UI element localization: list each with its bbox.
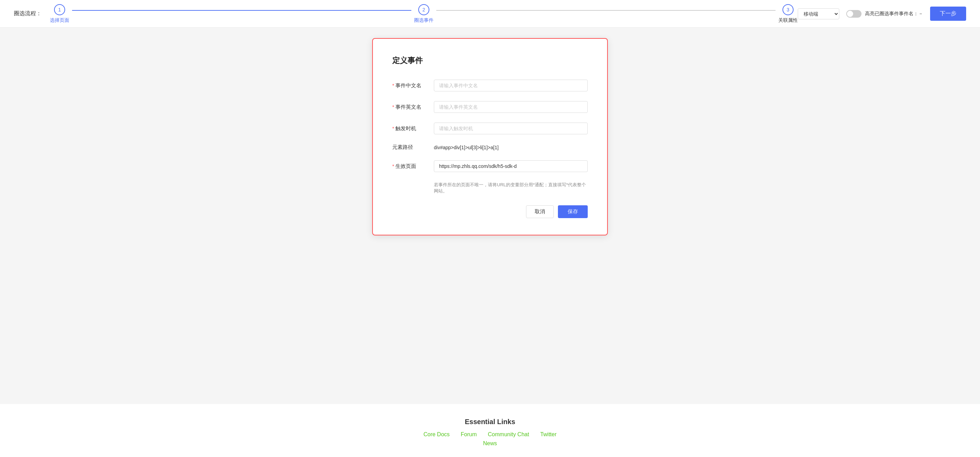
step-connector-2 — [436, 10, 776, 11]
step-2: 2 圈选事件 — [414, 4, 434, 24]
modal-overlay: 定义事件 * 事件中文名 * 事件英文名 * — [0, 28, 980, 457]
event-card: 定义事件 * 事件中文名 * 事件英文名 * — [372, 38, 608, 235]
top-bar: 圈选流程： 1 选择页面 2 圈选事件 3 关联属性 移动端PC端 — [0, 0, 980, 28]
top-bar-right: 移动端PC端 高亮已圈选事件事件名：－ 下一步 — [798, 6, 966, 21]
page-wrapper: Essential Links Core Docs Forum Communit… — [0, 28, 980, 457]
step-2-circle: 2 — [418, 4, 430, 15]
step-3-label: 关联属性 — [778, 17, 798, 24]
step-2-label: 圈选事件 — [414, 17, 434, 24]
form-row-chinese-name: * 事件中文名 — [392, 79, 588, 91]
step-1-circle: 1 — [54, 4, 65, 15]
cancel-button[interactable]: 取消 — [526, 205, 554, 218]
card-title: 定义事件 — [392, 56, 588, 66]
form-row-effective-page: * 生效页面 — [392, 160, 588, 172]
step-3-circle: 3 — [783, 4, 794, 15]
highlight-label: 高亮已圈选事件事件名：－ — [865, 11, 923, 17]
required-star-2: * — [392, 104, 394, 110]
form-row-element-path: 元素路径 div#app>div[1]>ul[3]>li[1]>a[1] — [392, 144, 588, 151]
label-english-name: * 事件英文名 — [392, 104, 434, 110]
step-3: 3 关联属性 — [778, 4, 798, 24]
label-effective-page: * 生效页面 — [392, 163, 434, 170]
highlight-toggle[interactable] — [846, 10, 861, 17]
input-trigger[interactable] — [434, 122, 588, 134]
label-chinese-name: * 事件中文名 — [392, 83, 434, 89]
required-star-3: * — [392, 126, 394, 131]
step-1: 1 选择页面 — [50, 4, 69, 24]
required-star-1: * — [392, 83, 394, 88]
steps-container: 1 选择页面 2 圈选事件 3 关联属性 — [50, 4, 798, 24]
step-connector-1 — [72, 10, 411, 11]
step-1-label: 选择页面 — [50, 17, 69, 24]
flow-label: 圈选流程： — [14, 10, 41, 17]
required-star-4: * — [392, 163, 394, 169]
element-path-value: div#app>div[1]>ul[3]>li[1]>a[1] — [434, 145, 588, 150]
next-button[interactable]: 下一步 — [930, 6, 966, 21]
form-row-trigger: * 触发时机 — [392, 122, 588, 134]
save-button[interactable]: 保存 — [558, 205, 588, 218]
label-element-path: 元素路径 — [392, 144, 434, 151]
toggle-container: 高亮已圈选事件事件名：－ — [846, 10, 923, 17]
hint-text: 若事件所在的页面不唯一，请将URL的变量部分用*通配；直接填写*代表整个网站。 — [392, 182, 588, 194]
input-chinese-name[interactable] — [434, 79, 588, 91]
input-effective-page[interactable] — [434, 160, 588, 172]
label-trigger: * 触发时机 — [392, 125, 434, 132]
device-select[interactable]: 移动端PC端 — [798, 8, 839, 19]
card-footer: 取消 保存 — [392, 205, 588, 218]
input-english-name[interactable] — [434, 101, 588, 113]
form-row-english-name: * 事件英文名 — [392, 101, 588, 113]
